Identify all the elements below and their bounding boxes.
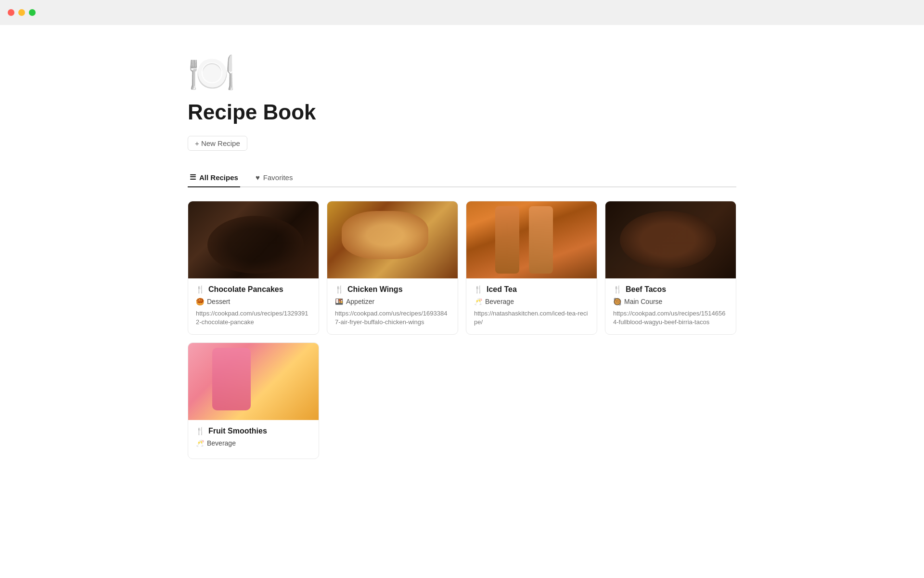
favorites-icon: ♥ [256, 173, 260, 182]
page-title: Recipe Book [188, 100, 736, 124]
recipe-url: https://cookpad.com/us/recipes/16933847-… [335, 309, 450, 327]
recipe-url: https://cookpad.com/us/recipes/13293912-… [196, 309, 311, 327]
recipe-category: Appetizer [346, 298, 374, 305]
recipe-category: Dessert [207, 298, 230, 305]
fork-knife-icon: 🍴 [196, 427, 205, 435]
all-recipes-label: All Recipes [199, 173, 238, 182]
recipe-name: Iced Tea [487, 285, 517, 294]
fork-knife-icon: 🍴 [474, 285, 483, 294]
tab-all-recipes[interactable]: ☰ All Recipes [188, 168, 240, 187]
category-icon: 🥂 [474, 298, 482, 305]
recipe-category-row: 🥘 Main Course [613, 298, 728, 305]
minimize-button[interactable] [18, 9, 25, 16]
recipe-image-beef-tacos [605, 201, 736, 278]
recipe-image-fruit-smoothies [188, 343, 319, 420]
recipe-grid: 🍴 Chocolate Pancakes 🥮 Dessert https://c… [188, 201, 736, 459]
main-content: 🍽️ Recipe Book + New Recipe ☰ All Recipe… [149, 25, 775, 498]
recipe-category-row: 🥂 Beverage [474, 298, 589, 305]
category-icon: 🥘 [613, 298, 621, 305]
fork-knife-icon: 🍴 [196, 285, 205, 294]
recipe-card-fruit-smoothies[interactable]: 🍴 Fruit Smoothies 🥂 Beverage [188, 342, 319, 459]
recipe-card-beef-tacos[interactable]: 🍴 Beef Tacos 🥘 Main Course https://cookp… [605, 201, 736, 335]
recipe-name-row: 🍴 Beef Tacos [613, 285, 728, 294]
recipe-card-chocolate-pancakes[interactable]: 🍴 Chocolate Pancakes 🥮 Dessert https://c… [188, 201, 319, 335]
close-button[interactable] [8, 9, 14, 16]
recipe-image-chicken-wings [327, 201, 458, 278]
all-recipes-icon: ☰ [190, 173, 196, 182]
recipe-name-row: 🍴 Chocolate Pancakes [196, 285, 311, 294]
recipe-category: Beverage [485, 298, 514, 305]
recipe-name: Chicken Wings [347, 285, 403, 294]
category-icon: 🍱 [335, 298, 343, 305]
recipe-name-row: 🍴 Chicken Wings [335, 285, 450, 294]
recipe-card-chicken-wings[interactable]: 🍴 Chicken Wings 🍱 Appetizer https://cook… [327, 201, 458, 335]
recipe-name: Fruit Smoothies [208, 427, 267, 435]
fork-knife-icon: 🍴 [335, 285, 344, 294]
category-icon: 🥮 [196, 298, 204, 305]
recipe-category-row: 🍱 Appetizer [335, 298, 450, 305]
category-icon: 🥂 [196, 439, 204, 447]
recipe-image-iced-tea [466, 201, 597, 278]
tabs-bar: ☰ All Recipes ♥ Favorites [188, 168, 736, 187]
fullscreen-button[interactable] [29, 9, 36, 16]
recipe-url: https://cookpad.com/us/recipes/15146564-… [613, 309, 728, 327]
recipe-name-row: 🍴 Fruit Smoothies [196, 427, 311, 435]
recipe-name-row: 🍴 Iced Tea [474, 285, 589, 294]
recipe-image-chocolate-pancakes [188, 201, 319, 278]
recipe-name: Beef Tacos [626, 285, 666, 294]
recipe-category-row: 🥮 Dessert [196, 298, 311, 305]
favorites-label: Favorites [263, 173, 293, 182]
titlebar [0, 0, 924, 25]
tab-favorites[interactable]: ♥ Favorites [254, 169, 295, 187]
recipe-card-iced-tea[interactable]: 🍴 Iced Tea 🥂 Beverage https://natashaski… [466, 201, 597, 335]
recipe-category: Beverage [207, 439, 236, 447]
recipe-category-row: 🥂 Beverage [196, 439, 311, 447]
recipe-category: Main Course [624, 298, 662, 305]
new-recipe-button[interactable]: + New Recipe [188, 136, 247, 151]
recipe-url: https://natashaskitchen.com/iced-tea-rec… [474, 309, 589, 327]
page-icon: 🍽️ [188, 54, 736, 92]
recipe-name: Chocolate Pancakes [208, 285, 283, 294]
fork-knife-icon: 🍴 [613, 285, 622, 294]
